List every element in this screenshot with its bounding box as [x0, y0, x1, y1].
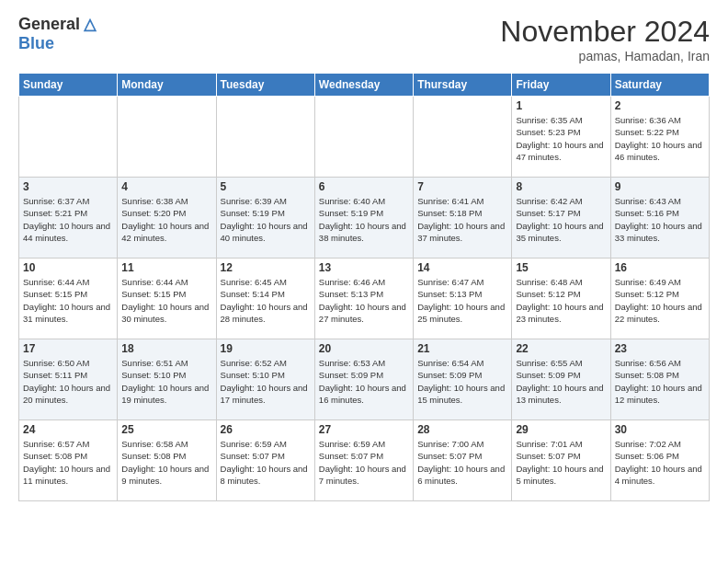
day-info: Sunrise: 6:55 AMSunset: 5:09 PMDaylight:…: [516, 357, 606, 406]
col-header-tuesday: Tuesday: [216, 74, 314, 97]
col-header-saturday: Saturday: [610, 74, 709, 97]
calendar-cell: 23Sunrise: 6:56 AMSunset: 5:08 PMDayligh…: [610, 339, 709, 420]
logo: General Blue: [18, 15, 98, 53]
week-row-3: 10Sunrise: 6:44 AMSunset: 5:15 PMDayligh…: [19, 259, 710, 339]
day-number: 2: [615, 99, 705, 112]
day-number: 20: [319, 342, 409, 355]
week-row-5: 24Sunrise: 6:57 AMSunset: 5:08 PMDayligh…: [19, 420, 710, 501]
week-row-2: 3Sunrise: 6:37 AMSunset: 5:21 PMDaylight…: [19, 178, 710, 259]
calendar-cell: 26Sunrise: 6:59 AMSunset: 5:07 PMDayligh…: [216, 420, 314, 501]
day-number: 15: [516, 261, 606, 274]
calendar-cell: 22Sunrise: 6:55 AMSunset: 5:09 PMDayligh…: [512, 339, 610, 420]
day-number: 16: [615, 261, 705, 274]
day-info: Sunrise: 6:47 AMSunset: 5:13 PMDaylight:…: [417, 276, 507, 325]
week-row-4: 17Sunrise: 6:50 AMSunset: 5:11 PMDayligh…: [19, 339, 710, 420]
calendar-cell: 24Sunrise: 6:57 AMSunset: 5:08 PMDayligh…: [19, 420, 118, 501]
day-info: Sunrise: 6:38 AMSunset: 5:20 PMDaylight:…: [121, 195, 211, 244]
location-subtitle: pamas, Hamadan, Iran: [500, 49, 710, 63]
day-info: Sunrise: 6:58 AMSunset: 5:08 PMDaylight:…: [121, 438, 211, 487]
calendar-cell: 12Sunrise: 6:45 AMSunset: 5:14 PMDayligh…: [216, 259, 314, 339]
calendar-cell: 1Sunrise: 6:35 AMSunset: 5:23 PMDaylight…: [512, 97, 610, 178]
title-block: November 2024 pamas, Hamadan, Iran: [500, 15, 710, 63]
day-number: 6: [319, 180, 409, 193]
day-number: 18: [121, 342, 211, 355]
calendar-cell: [216, 97, 314, 178]
logo-general: General: [18, 15, 80, 34]
day-info: Sunrise: 6:44 AMSunset: 5:15 PMDaylight:…: [23, 276, 113, 325]
calendar-cell: 27Sunrise: 6:59 AMSunset: 5:07 PMDayligh…: [314, 420, 413, 501]
calendar-cell: 6Sunrise: 6:40 AMSunset: 5:19 PMDaylight…: [314, 178, 413, 259]
logo-blue: Blue: [18, 34, 54, 53]
day-info: Sunrise: 7:02 AMSunset: 5:06 PMDaylight:…: [615, 438, 705, 487]
day-info: Sunrise: 6:59 AMSunset: 5:07 PMDaylight:…: [319, 438, 409, 487]
col-header-wednesday: Wednesday: [314, 74, 413, 97]
day-number: 14: [417, 261, 507, 274]
day-number: 22: [516, 342, 606, 355]
calendar-cell: 7Sunrise: 6:41 AMSunset: 5:18 PMDaylight…: [414, 178, 512, 259]
day-info: Sunrise: 7:00 AMSunset: 5:07 PMDaylight:…: [417, 438, 507, 487]
day-number: 9: [615, 180, 705, 193]
calendar-cell: [414, 97, 512, 178]
day-info: Sunrise: 6:49 AMSunset: 5:12 PMDaylight:…: [615, 276, 705, 325]
day-number: 24: [23, 423, 113, 436]
day-number: 21: [417, 342, 507, 355]
day-info: Sunrise: 6:57 AMSunset: 5:08 PMDaylight:…: [23, 438, 113, 487]
day-info: Sunrise: 6:51 AMSunset: 5:10 PMDaylight:…: [121, 357, 211, 406]
day-info: Sunrise: 6:42 AMSunset: 5:17 PMDaylight:…: [516, 195, 606, 244]
day-info: Sunrise: 6:41 AMSunset: 5:18 PMDaylight:…: [417, 195, 507, 244]
calendar-cell: [118, 97, 216, 178]
day-number: 10: [23, 261, 113, 274]
page: General Blue November 2024 pamas, Hamada…: [0, 0, 728, 563]
day-info: Sunrise: 6:40 AMSunset: 5:19 PMDaylight:…: [319, 195, 409, 244]
day-info: Sunrise: 6:52 AMSunset: 5:10 PMDaylight:…: [221, 357, 311, 406]
day-number: 19: [221, 342, 311, 355]
day-info: Sunrise: 6:37 AMSunset: 5:21 PMDaylight:…: [23, 195, 113, 244]
day-info: Sunrise: 6:59 AMSunset: 5:07 PMDaylight:…: [221, 438, 311, 487]
calendar-cell: 18Sunrise: 6:51 AMSunset: 5:10 PMDayligh…: [118, 339, 216, 420]
day-info: Sunrise: 6:45 AMSunset: 5:14 PMDaylight:…: [221, 276, 311, 325]
day-info: Sunrise: 6:35 AMSunset: 5:23 PMDaylight:…: [516, 114, 606, 163]
calendar-cell: 9Sunrise: 6:43 AMSunset: 5:16 PMDaylight…: [610, 178, 709, 259]
calendar-cell: 16Sunrise: 6:49 AMSunset: 5:12 PMDayligh…: [610, 259, 709, 339]
calendar-cell: 25Sunrise: 6:58 AMSunset: 5:08 PMDayligh…: [118, 420, 216, 501]
day-info: Sunrise: 6:39 AMSunset: 5:19 PMDaylight:…: [221, 195, 311, 244]
calendar-cell: 21Sunrise: 6:54 AMSunset: 5:09 PMDayligh…: [414, 339, 512, 420]
calendar-header-row: SundayMondayTuesdayWednesdayThursdayFrid…: [19, 74, 710, 97]
day-info: Sunrise: 6:36 AMSunset: 5:22 PMDaylight:…: [615, 114, 705, 163]
header: General Blue November 2024 pamas, Hamada…: [18, 15, 710, 63]
day-number: 5: [221, 180, 311, 193]
day-number: 11: [121, 261, 211, 274]
calendar-cell: 17Sunrise: 6:50 AMSunset: 5:11 PMDayligh…: [19, 339, 118, 420]
day-info: Sunrise: 6:46 AMSunset: 5:13 PMDaylight:…: [319, 276, 409, 325]
day-number: 12: [221, 261, 311, 274]
calendar-cell: [19, 97, 118, 178]
calendar-cell: 19Sunrise: 6:52 AMSunset: 5:10 PMDayligh…: [216, 339, 314, 420]
calendar-cell: 15Sunrise: 6:48 AMSunset: 5:12 PMDayligh…: [512, 259, 610, 339]
day-info: Sunrise: 6:48 AMSunset: 5:12 PMDaylight:…: [516, 276, 606, 325]
day-number: 1: [516, 99, 606, 112]
calendar-cell: [314, 97, 413, 178]
calendar-cell: 4Sunrise: 6:38 AMSunset: 5:20 PMDaylight…: [118, 178, 216, 259]
calendar-cell: 2Sunrise: 6:36 AMSunset: 5:22 PMDaylight…: [610, 97, 709, 178]
day-number: 23: [615, 342, 705, 355]
calendar-cell: 5Sunrise: 6:39 AMSunset: 5:19 PMDaylight…: [216, 178, 314, 259]
day-number: 26: [221, 423, 311, 436]
calendar-cell: 8Sunrise: 6:42 AMSunset: 5:17 PMDaylight…: [512, 178, 610, 259]
logo-icon: [82, 17, 98, 33]
day-number: 17: [23, 342, 113, 355]
day-number: 8: [516, 180, 606, 193]
calendar-cell: 20Sunrise: 6:53 AMSunset: 5:09 PMDayligh…: [314, 339, 413, 420]
day-number: 28: [417, 423, 507, 436]
day-number: 25: [121, 423, 211, 436]
week-row-1: 1Sunrise: 6:35 AMSunset: 5:23 PMDaylight…: [19, 97, 710, 178]
col-header-sunday: Sunday: [19, 74, 118, 97]
calendar-cell: 14Sunrise: 6:47 AMSunset: 5:13 PMDayligh…: [414, 259, 512, 339]
day-info: Sunrise: 6:56 AMSunset: 5:08 PMDaylight:…: [615, 357, 705, 406]
calendar-cell: 3Sunrise: 6:37 AMSunset: 5:21 PMDaylight…: [19, 178, 118, 259]
calendar-cell: 28Sunrise: 7:00 AMSunset: 5:07 PMDayligh…: [414, 420, 512, 501]
col-header-friday: Friday: [512, 74, 610, 97]
month-title: November 2024: [500, 15, 710, 49]
day-info: Sunrise: 6:54 AMSunset: 5:09 PMDaylight:…: [417, 357, 507, 406]
day-number: 4: [121, 180, 211, 193]
calendar: SundayMondayTuesdayWednesdayThursdayFrid…: [18, 73, 710, 501]
